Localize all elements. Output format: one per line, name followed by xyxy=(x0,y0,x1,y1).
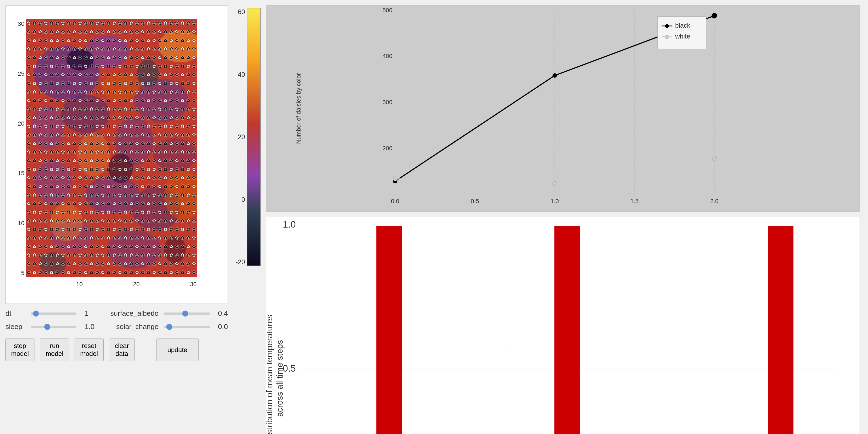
sleep-slider[interactable] xyxy=(31,326,76,328)
flower-cell: ✿ xyxy=(37,268,43,277)
flower-cell: ✿ xyxy=(111,216,117,225)
update-button[interactable]: update xyxy=(156,339,198,361)
flower-cell: ✿ xyxy=(185,225,191,234)
cs-label-0: 0 xyxy=(241,196,245,204)
flower-cell: ✿ xyxy=(100,36,105,45)
flower-cell: ✿ xyxy=(111,139,117,148)
flower-cell: ✿ xyxy=(180,79,185,88)
flower-cell: ✿ xyxy=(54,45,60,54)
run-model-button[interactable]: runmodel xyxy=(40,339,69,361)
flower-cell: ✿ xyxy=(180,182,185,191)
flower-cell: ✿ xyxy=(145,105,151,114)
flower-cell: ✿ xyxy=(83,174,88,182)
flower-cell: ✿ xyxy=(26,259,31,268)
step-model-button[interactable]: stepmodel xyxy=(5,339,34,361)
flower-cell: ✿ xyxy=(157,105,162,114)
flower-cell: ✿ xyxy=(174,182,180,191)
flower-cell: ✿ xyxy=(180,259,185,268)
flower-cell: ✿ xyxy=(123,62,128,70)
flower-cell: ✿ xyxy=(94,251,100,259)
svg-text:500: 500 xyxy=(382,7,393,13)
dt-thumb[interactable] xyxy=(33,311,39,316)
flower-cell: ✿ xyxy=(26,182,31,191)
flower-cell: ✿ xyxy=(26,251,31,259)
flower-cell: ✿ xyxy=(151,139,157,148)
flower-cell: ✿ xyxy=(117,251,123,259)
flower-cell: ✿ xyxy=(26,19,31,28)
flower-cell: ✿ xyxy=(123,28,128,36)
flower-cell: ✿ xyxy=(66,148,71,156)
flower-cell: ✿ xyxy=(168,28,174,36)
flower-cell: ✿ xyxy=(151,70,157,79)
flower-cell: ✿ xyxy=(71,96,77,105)
flower-cell: ✿ xyxy=(37,191,43,199)
flower-cell: ✿ xyxy=(145,54,151,62)
flower-cell: ✿ xyxy=(180,96,185,105)
flower-cell: ✿ xyxy=(180,45,185,54)
sleep-thumb[interactable] xyxy=(44,324,50,330)
flower-cell: ✿ xyxy=(168,70,174,79)
flower-cell: ✿ xyxy=(71,139,77,148)
line-chart-y-label: Number of daisies by color xyxy=(295,73,302,144)
flower-cell: ✿ xyxy=(71,268,77,277)
flower-cell: ✿ xyxy=(151,182,157,191)
dt-slider[interactable] xyxy=(31,312,76,315)
flower-cell: ✿ xyxy=(168,45,174,54)
flower-cell: ✿ xyxy=(66,54,71,62)
flower-cell: ✿ xyxy=(185,199,191,208)
flower-cell: ✿ xyxy=(37,70,43,79)
flower-cell: ✿ xyxy=(71,242,77,251)
flower-cell: ✿ xyxy=(174,28,180,36)
flower-cell: ✿ xyxy=(145,191,151,199)
flower-cell: ✿ xyxy=(88,54,94,62)
flower-cell: ✿ xyxy=(94,268,100,277)
flower-cell: ✿ xyxy=(145,70,151,79)
flower-cell: ✿ xyxy=(94,79,100,88)
flower-cell: ✿ xyxy=(145,62,151,70)
flower-cell: ✿ xyxy=(123,113,128,122)
flower-cell: ✿ xyxy=(145,242,151,251)
flower-cell: ✿ xyxy=(168,234,174,243)
flower-cell: ✿ xyxy=(66,259,71,268)
surface-albedo-thumb[interactable] xyxy=(182,311,188,316)
flower-cell: ✿ xyxy=(77,234,83,243)
flower-cell: ✿ xyxy=(88,251,94,259)
flower-cell: ✿ xyxy=(60,234,66,243)
surface-albedo-slider[interactable] xyxy=(164,312,210,315)
flower-cell: ✿ xyxy=(37,28,43,36)
flower-cell: ✿ xyxy=(123,182,128,191)
flower-cell: ✿ xyxy=(94,139,100,148)
flower-cell: ✿ xyxy=(26,88,31,96)
flower-cell: ✿ xyxy=(94,148,100,156)
flower-cell: ✿ xyxy=(77,96,83,105)
solar-change-slider[interactable] xyxy=(164,326,210,328)
reset-model-button[interactable]: resetmodel xyxy=(74,339,104,361)
flower-cell: ✿ xyxy=(54,208,60,217)
flower-cell: ✿ xyxy=(191,131,197,140)
flower-cell: ✿ xyxy=(54,113,60,122)
solar-change-thumb[interactable] xyxy=(166,324,172,330)
flower-cell: ✿ xyxy=(111,19,117,28)
flower-cell: ✿ xyxy=(111,268,117,277)
flower-cell: ✿ xyxy=(26,62,31,70)
flower-cell: ✿ xyxy=(123,174,128,182)
flower-cell: ✿ xyxy=(60,242,66,251)
svg-text:300: 300 xyxy=(382,99,393,105)
flower-cell: ✿ xyxy=(26,234,31,243)
flower-cell: ✿ xyxy=(174,148,180,156)
svg-text:400: 400 xyxy=(382,53,393,59)
flower-cell: ✿ xyxy=(151,174,157,182)
flower-cell: ✿ xyxy=(151,131,157,140)
flower-cell: ✿ xyxy=(49,251,54,259)
flower-cell: ✿ xyxy=(54,79,60,88)
flower-cell: ✿ xyxy=(88,242,94,251)
flower-cell: ✿ xyxy=(71,45,77,54)
flower-cell: ✿ xyxy=(43,19,49,28)
clear-data-button[interactable]: cleardata xyxy=(109,339,134,361)
flower-cell: ✿ xyxy=(77,148,83,156)
flower-cell: ✿ xyxy=(191,79,197,88)
flower-cell: ✿ xyxy=(191,139,197,148)
flower-cell: ✿ xyxy=(117,70,123,79)
flower-cell: ✿ xyxy=(134,105,140,114)
flower-cell: ✿ xyxy=(151,165,157,174)
